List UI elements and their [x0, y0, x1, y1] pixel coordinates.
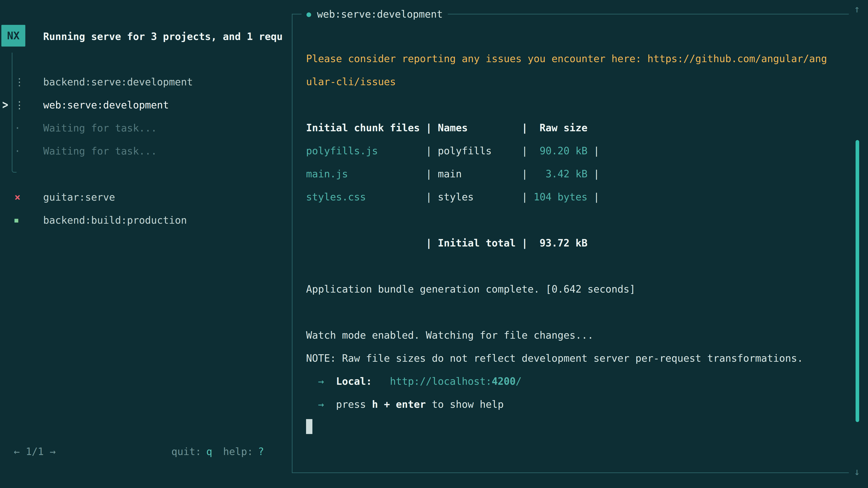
task-label: guitar:serve — [43, 191, 115, 203]
task-label: backend:serve:development — [43, 76, 193, 88]
terminal-text-segment: styles.css — [306, 191, 366, 203]
terminal-text-segment — [372, 376, 390, 387]
output-panel-title: ● web:serve:development — [302, 6, 448, 22]
terminal-text-segment: | main | — [348, 168, 546, 180]
scroll-up-icon[interactable]: ↑ — [854, 3, 860, 15]
terminal-line: Initial chunk files | Names | Raw size — [306, 116, 827, 139]
task-label: backend:build:production — [43, 215, 187, 226]
terminal-text-segment: Watch mode enabled. Watching for file ch… — [306, 329, 594, 341]
task-label: Waiting for task... — [43, 145, 157, 157]
keybinding-hints: quit:qhelp:? — [171, 446, 264, 457]
terminal-line: styles.css | styles | 104 bytes | — [306, 186, 827, 208]
terminal-text-segment: 4200 — [492, 376, 516, 387]
quit-hint-label: quit: — [171, 446, 201, 457]
sidebar: NX Running serve for 3 projects, and 1 r… — [0, 0, 292, 488]
task-item-waiting-for-task-[interactable]: ·Waiting for task... — [0, 139, 291, 162]
terminal-text-segment: | styles | — [366, 191, 534, 203]
terminal-text-segment: polyfills.js — [306, 145, 378, 157]
terminal-cursor — [306, 419, 312, 434]
nx-logo: NX — [1, 25, 25, 46]
terminal-text-segment: press — [324, 398, 372, 410]
terminal-text-segment: to show help — [426, 398, 504, 410]
waiting-icon: · — [14, 122, 21, 134]
task-item-web-serve-development[interactable]: ⋮web:serve:development — [0, 93, 291, 116]
terminal-line — [306, 255, 827, 278]
task-label: web:serve:development — [43, 99, 169, 111]
terminal-text-segment: | — [587, 145, 599, 157]
terminal-line: → press h + enter to show help — [306, 393, 827, 416]
terminal-text-segment: → — [318, 376, 324, 387]
task-label: Waiting for task... — [43, 122, 157, 134]
scrollbar-thumb[interactable] — [856, 140, 859, 422]
terminal-text-segment: NOTE: Raw file sizes do not reflect deve… — [306, 352, 803, 364]
scroll-down-icon[interactable]: ↓ — [854, 466, 860, 477]
terminal-line — [306, 208, 827, 232]
terminal-text-segment: http://localhost: — [390, 376, 492, 387]
task-list-active: ⋮backend:serve:development⋮web:serve:dev… — [0, 70, 291, 162]
output-panel: ● web:serve:development Please consider … — [292, 14, 849, 473]
terminal-line: | Initial total | 93.72 kB — [306, 232, 827, 255]
terminal-text-segment: → — [318, 398, 324, 410]
terminal-text-segment: main.js — [306, 168, 348, 180]
terminal-line: NOTE: Raw file sizes do not reflect deve… — [306, 347, 827, 370]
terminal-text-segment: h + enter — [372, 398, 426, 410]
task-item-backend-serve-development[interactable]: ⋮backend:serve:development — [0, 70, 291, 93]
terminal-line: Watch mode enabled. Watching for file ch… — [306, 324, 827, 347]
terminal-text-segment: 3.42 kB — [546, 168, 587, 180]
terminal-text-segment — [306, 376, 318, 387]
task-item-guitar-serve[interactable]: ×guitar:serve — [0, 186, 291, 208]
running-status-dot-icon: ● — [307, 9, 311, 19]
pager[interactable]: ← 1/1 → — [14, 446, 56, 457]
terminal-line — [306, 93, 827, 116]
terminal-line: ular-cli/issues — [306, 70, 827, 93]
square-icon: ■ — [14, 217, 18, 224]
terminal-output[interactable]: Please consider reporting any issues you… — [306, 47, 827, 439]
terminal-text-segment — [306, 398, 318, 410]
terminal-text-segment: | — [587, 168, 599, 180]
spinner-icon: ⋮ — [14, 99, 24, 111]
terminal-text-segment — [324, 376, 336, 387]
terminal-line — [306, 416, 827, 439]
terminal-text-segment: | — [587, 191, 599, 203]
waiting-icon: · — [14, 145, 21, 157]
sidebar-title: Running serve for 3 projects, and 1 requ — [43, 31, 283, 42]
terminal-text-segment: Initial chunk files | Names | Raw size — [306, 122, 587, 133]
terminal-line: Please consider reporting any issues you… — [306, 47, 827, 70]
terminal-text-segment: 90.20 kB — [539, 145, 587, 157]
terminal-line — [306, 301, 827, 324]
help-hint-label: help: — [223, 446, 253, 457]
task-list-finished: ×guitar:serve■backend:build:production — [0, 186, 291, 232]
terminal-text-segment: Local: — [336, 376, 372, 387]
terminal-line: polyfills.js | polyfills | 90.20 kB | — [306, 139, 827, 162]
spinner-icon: ⋮ — [14, 76, 24, 88]
terminal-text-segment: 104 bytes — [534, 191, 587, 203]
terminal-text-segment: Please consider reporting any issues you… — [306, 53, 827, 64]
output-panel-title-text: web:serve:development — [317, 8, 442, 20]
terminal-text-segment: ular-cli/issues — [306, 76, 396, 88]
terminal-line: Application bundle generation complete. … — [306, 278, 827, 301]
task-item-waiting-for-task-[interactable]: ·Waiting for task... — [0, 116, 291, 139]
terminal-line: main.js | main | 3.42 kB | — [306, 162, 827, 186]
terminal-text-segment: Application bundle generation complete. … — [306, 283, 636, 295]
task-item-backend-build-production[interactable]: ■backend:build:production — [0, 208, 291, 232]
terminal-line: → Local: http://localhost:4200/ — [306, 370, 827, 393]
terminal-text-segment: / — [516, 376, 522, 387]
cross-icon: × — [14, 191, 21, 203]
help-key: ? — [258, 446, 264, 457]
terminal-text-segment: | Initial total | 93.72 kB — [306, 237, 587, 249]
quit-key: q — [206, 446, 212, 457]
terminal-text-segment: | polyfills | — [378, 145, 539, 157]
